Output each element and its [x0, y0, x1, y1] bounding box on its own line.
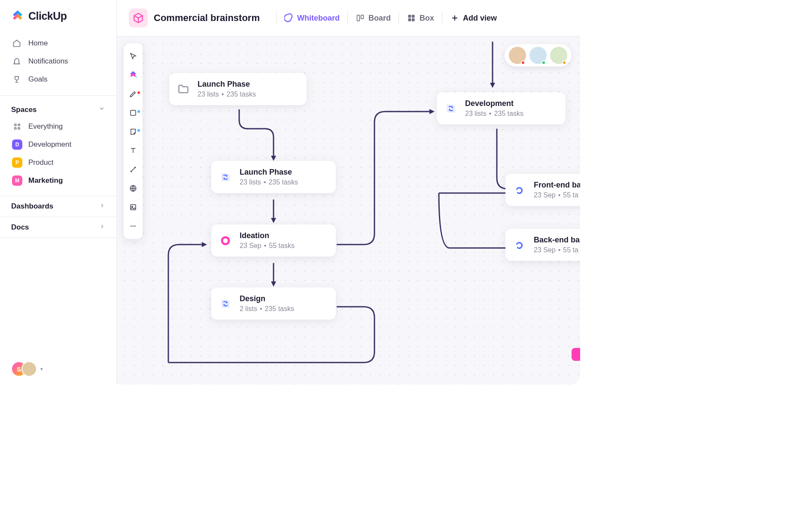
spaces-header[interactable]: Spaces — [0, 100, 116, 118]
space-badge: P — [12, 157, 22, 168]
brand-name: ClickUp — [28, 10, 67, 22]
svg-point-15 — [131, 226, 132, 227]
view-label: Box — [420, 14, 434, 23]
svg-rect-5 — [361, 15, 364, 18]
sidebar-item-marketing[interactable]: M Marketing — [5, 172, 111, 190]
tool-pen[interactable] — [124, 85, 143, 103]
canvas-edge-marker — [572, 348, 580, 361]
add-view-button[interactable]: Add view — [450, 13, 497, 23]
svg-rect-4 — [357, 15, 359, 21]
tool-pointer[interactable] — [124, 48, 143, 65]
trophy-icon — [12, 75, 21, 84]
brand-logo[interactable]: ClickUp — [0, 9, 116, 32]
card-title: Development — [465, 99, 523, 108]
tool-more[interactable] — [124, 218, 143, 235]
nav-label: Notifications — [28, 57, 68, 66]
svg-rect-9 — [412, 18, 415, 21]
svg-rect-7 — [412, 15, 415, 18]
space-label: Marketing — [28, 176, 63, 185]
sidebar-dashboards[interactable]: Dashboards — [0, 196, 116, 217]
loop-arrow-icon — [512, 238, 527, 252]
project-icon — [129, 9, 148, 27]
chevron-down-icon: ▾ — [40, 366, 43, 372]
folder-icon — [176, 82, 191, 97]
svg-point-1 — [18, 124, 20, 126]
tool-web[interactable] — [124, 180, 143, 197]
canvas-toolbar: + — [124, 43, 143, 239]
status-circle-icon — [218, 233, 233, 248]
user-avatar[interactable] — [550, 47, 567, 64]
space-badge: D — [12, 139, 22, 150]
page-title: Commercial brainstorm — [154, 12, 260, 24]
topbar: Commercial brainstorm Whiteboard Board B… — [117, 0, 580, 36]
view-label: Whiteboard — [297, 14, 340, 23]
tool-sticky[interactable] — [124, 123, 143, 140]
whiteboard-canvas[interactable]: + — [117, 36, 580, 384]
spaces-title: Spaces — [11, 106, 37, 114]
card-launch-folder[interactable]: Launch Phase 23 lists•235 tasks — [169, 73, 307, 105]
dashboards-label: Dashboards — [11, 202, 53, 211]
card-design[interactable]: Design 2 lists•235 tasks — [211, 287, 336, 320]
bell-icon — [12, 57, 21, 66]
home-icon — [12, 39, 21, 48]
whiteboard-icon — [284, 13, 294, 23]
view-tab-whiteboard[interactable]: Whiteboard — [284, 13, 340, 23]
user-avatar[interactable] — [509, 47, 526, 64]
svg-point-0 — [15, 124, 16, 126]
space-label: Product — [28, 158, 54, 167]
clickup-logo-icon — [11, 9, 24, 22]
user-avatar[interactable] — [529, 47, 547, 64]
nav-label: Goals — [28, 75, 47, 84]
board-icon — [356, 13, 365, 23]
view-tab-board[interactable]: Board — [356, 13, 391, 23]
profile-menu[interactable]: S ▾ — [0, 361, 116, 377]
tool-clickup-add[interactable]: + — [124, 66, 143, 84]
svg-point-14 — [132, 206, 133, 207]
view-tab-box[interactable]: Box — [407, 13, 434, 23]
chevron-right-icon — [99, 223, 105, 232]
card-meta: 2 lists•235 tasks — [240, 305, 294, 313]
svg-text:+: + — [135, 75, 137, 79]
tool-image[interactable] — [124, 199, 143, 216]
view-label: Board — [368, 14, 391, 23]
nav-label: Home — [28, 39, 48, 48]
presence-indicators[interactable] — [505, 44, 572, 66]
card-development[interactable]: Development 23 lists•235 tasks — [437, 92, 566, 124]
card-meta: 23 Sep•55 ta — [534, 246, 580, 254]
tool-connector[interactable] — [124, 161, 143, 178]
card-ideation[interactable]: Ideation 23 Sep•55 tasks — [211, 224, 336, 257]
tool-shape[interactable] — [124, 104, 143, 121]
card-title: Ideation — [240, 231, 295, 240]
nav-home[interactable]: Home — [5, 34, 111, 52]
sidebar-item-development[interactable]: D Development — [5, 136, 111, 154]
tool-text[interactable] — [124, 142, 143, 159]
svg-point-3 — [18, 127, 20, 129]
svg-point-17 — [134, 226, 136, 227]
card-backend[interactable]: Back-end ba 23 Sep•55 ta — [505, 229, 580, 261]
svg-rect-13 — [131, 205, 136, 210]
sync-icon — [444, 101, 458, 116]
card-frontend[interactable]: Front-end ba 23 Sep•55 ta — [505, 174, 580, 206]
avatar-stack: S — [11, 361, 37, 377]
svg-rect-8 — [408, 18, 411, 21]
sidebar-docs[interactable]: Docs — [0, 217, 116, 238]
sidebar-item-everything[interactable]: Everything — [5, 118, 111, 136]
sync-icon — [218, 170, 233, 184]
space-badge: M — [12, 175, 22, 186]
sync-icon — [218, 296, 233, 311]
card-meta: 23 Sep•55 ta — [534, 191, 580, 199]
plus-icon — [450, 13, 459, 23]
card-meta: 23 lists•235 tasks — [240, 178, 298, 186]
nav-notifications[interactable]: Notifications — [5, 52, 111, 70]
loop-arrow-icon — [512, 183, 527, 197]
sidebar-item-product[interactable]: P Product — [5, 154, 111, 172]
space-label: Development — [28, 140, 71, 149]
card-title: Front-end ba — [534, 181, 580, 190]
card-launch-phase[interactable]: Launch Phase 23 lists•235 tasks — [211, 161, 336, 193]
svg-point-16 — [133, 226, 134, 227]
svg-point-2 — [15, 127, 16, 129]
chevron-right-icon — [99, 202, 105, 211]
svg-rect-6 — [408, 15, 411, 18]
nav-goals[interactable]: Goals — [5, 70, 111, 88]
docs-label: Docs — [11, 223, 29, 232]
